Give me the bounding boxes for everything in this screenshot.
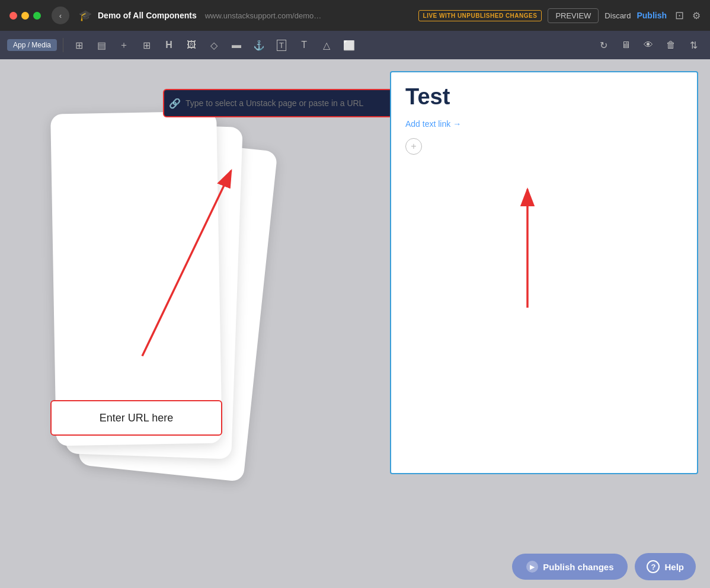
fullscreen-button[interactable] bbox=[33, 12, 41, 20]
text-icon: T bbox=[277, 40, 286, 51]
add-icon-btn[interactable]: ＋ bbox=[114, 36, 133, 55]
trash-icon-btn[interactable]: 🗑 bbox=[661, 36, 680, 55]
image-icon-btn[interactable]: 🖼 bbox=[182, 36, 201, 55]
plus-icon: ＋ bbox=[119, 39, 129, 52]
anchor-icon: ⚓ bbox=[253, 40, 265, 51]
bar-icon: ▬ bbox=[232, 40, 241, 50]
triangle-icon: △ bbox=[323, 40, 330, 51]
status-badge: LIVE WITH UNPUBLISHED CHANGES bbox=[418, 10, 542, 21]
text2-icon: T bbox=[301, 40, 307, 50]
link-icon: 🔗 bbox=[169, 98, 181, 109]
chevron-updown-btn[interactable]: ⇅ bbox=[684, 36, 703, 55]
traffic-lights bbox=[9, 12, 41, 20]
layout-icon: ⊞ bbox=[143, 40, 151, 51]
titlebar: ‹ 🎓 Demo of All Components www.unstacksu… bbox=[0, 0, 710, 31]
minimize-button[interactable] bbox=[21, 12, 29, 20]
preview-button[interactable]: PREVIEW bbox=[548, 8, 599, 23]
toolbar-right: ↻ 🖥 👁 🗑 ⇅ bbox=[594, 36, 703, 55]
plus-circle-icon: + bbox=[411, 141, 416, 152]
publish-changes-button[interactable]: ▶ Publish changes bbox=[512, 554, 628, 580]
content-panel: Test Add text link → + bbox=[390, 71, 698, 474]
copy-icon: ⬜ bbox=[343, 40, 355, 51]
desktop-icon-btn[interactable]: 🖥 bbox=[616, 36, 635, 55]
layout-icon-btn[interactable]: ⊞ bbox=[137, 36, 156, 55]
eye-slash-icon: 👁 bbox=[644, 40, 653, 50]
desktop-icon: 🖥 bbox=[621, 40, 631, 50]
refresh-icon-btn[interactable]: ↻ bbox=[594, 36, 613, 55]
eye-slash-icon-btn[interactable]: 👁 bbox=[639, 36, 658, 55]
back-button[interactable]: ‹ bbox=[52, 7, 69, 24]
text-icon-btn[interactable]: T bbox=[272, 36, 291, 55]
publish-changes-label: Publish changes bbox=[543, 562, 613, 572]
heading-icon-btn[interactable]: H bbox=[159, 36, 178, 55]
updown-icon: ⇅ bbox=[690, 40, 698, 51]
add-section-btn[interactable]: + bbox=[405, 138, 422, 155]
bar-icon-btn[interactable]: ▬ bbox=[227, 36, 246, 55]
play-icon: ▶ bbox=[526, 561, 538, 573]
toolbar-divider-1 bbox=[63, 38, 63, 52]
app-logo-icon: 🎓 bbox=[79, 9, 92, 22]
toolbar: App / Media ⊞ ▤ ＋ ⊞ H 🖼 ◇ ▬ ⚓ T T △ ⬜ ↻ … bbox=[0, 31, 710, 59]
shape-icon: ◇ bbox=[210, 40, 218, 51]
view-icon: ⊡ bbox=[675, 9, 684, 21]
triangle-icon-btn[interactable]: △ bbox=[317, 36, 336, 55]
close-button[interactable] bbox=[9, 12, 17, 20]
add-text-link[interactable]: Add text link → bbox=[405, 119, 683, 129]
main-canvas: 🔗 ⧉ ✕ ✓ Test Add text link → + bbox=[0, 59, 710, 545]
phone-card-front bbox=[50, 111, 222, 446]
publish-header-button[interactable]: Publish bbox=[637, 11, 667, 20]
page-url: www.unstacksupport.com/demo-of-all-co... bbox=[205, 11, 324, 20]
rows-icon: ▤ bbox=[97, 40, 106, 51]
page-title: Demo of All Components bbox=[98, 11, 197, 20]
gear-icon: ⚙ bbox=[692, 11, 701, 21]
trash-icon: 🗑 bbox=[666, 40, 676, 50]
grid-icon-btn[interactable]: ⊞ bbox=[69, 36, 88, 55]
help-circle-icon: ? bbox=[647, 560, 660, 573]
annotation-box-left: Enter URL here bbox=[50, 400, 222, 436]
rows-icon-btn[interactable]: ▤ bbox=[92, 36, 111, 55]
bottom-bar: ▶ Publish changes ? Help bbox=[0, 545, 710, 588]
help-button[interactable]: ? Help bbox=[635, 553, 696, 580]
help-label: Help bbox=[664, 562, 684, 572]
refresh-icon: ↻ bbox=[600, 40, 607, 51]
discard-button[interactable]: Discard bbox=[605, 11, 631, 20]
image-icon: 🖼 bbox=[187, 40, 196, 50]
anchor-icon-btn[interactable]: ⚓ bbox=[250, 36, 268, 55]
app-media-tag[interactable]: App / Media bbox=[7, 39, 57, 51]
annotation-label-left: Enter URL here bbox=[100, 412, 173, 424]
grid-icon: ⊞ bbox=[75, 40, 83, 51]
content-heading: Test bbox=[405, 84, 683, 110]
heading-icon: H bbox=[165, 40, 172, 50]
chevron-left-icon: ‹ bbox=[59, 11, 62, 20]
view-toggle-button[interactable]: ⊡ bbox=[673, 9, 686, 22]
copy-icon-btn[interactable]: ⬜ bbox=[340, 36, 359, 55]
shape-icon-btn[interactable]: ◇ bbox=[204, 36, 223, 55]
canvas-area: 🔗 ⧉ ✕ ✓ Test Add text link → + bbox=[12, 71, 698, 533]
settings-button[interactable]: ⚙ bbox=[692, 10, 701, 21]
text2-icon-btn[interactable]: T bbox=[295, 36, 314, 55]
